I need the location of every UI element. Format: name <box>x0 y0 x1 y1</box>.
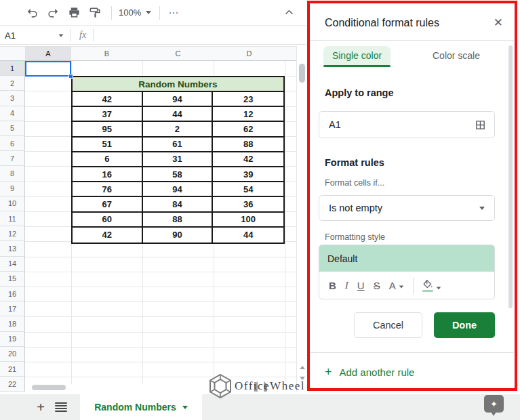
table-cell[interactable]: 76 <box>73 182 143 197</box>
row-header-9[interactable]: 9 <box>0 182 25 196</box>
table-cell[interactable]: 42 <box>73 228 143 243</box>
table-cell[interactable]: 2 <box>143 122 214 137</box>
table-cell[interactable]: 44 <box>143 107 214 122</box>
table-cell[interactable]: 67 <box>73 197 143 212</box>
column-header-A[interactable]: A <box>25 46 71 61</box>
table-cell[interactable]: 23 <box>213 92 283 107</box>
name-box[interactable]: A1 <box>0 30 71 41</box>
table-cell[interactable]: 37 <box>73 107 143 122</box>
row-header-2[interactable]: 2 <box>0 76 25 91</box>
table-cell[interactable]: 58 <box>143 167 214 182</box>
horizontal-scrollbar[interactable] <box>25 384 296 392</box>
table-rows: 4294233744129526251618863142165839769454… <box>73 92 283 243</box>
vertical-scrollbar[interactable] <box>296 46 306 392</box>
italic-button[interactable]: I <box>345 280 348 291</box>
print-icon[interactable] <box>66 5 81 20</box>
scroll-left-icon[interactable] <box>254 384 258 392</box>
condition-dropdown[interactable]: Is not empty <box>319 195 495 221</box>
strikethrough-button[interactable]: S <box>374 280 380 291</box>
tab-color-scale[interactable]: Color scale <box>424 46 489 65</box>
table-cell[interactable]: 84 <box>143 197 214 212</box>
spreadsheet-grid[interactable]: ABCD 12345678910111213141516171819202122… <box>0 46 306 392</box>
horizontal-scrollbar-thumb[interactable] <box>32 385 66 390</box>
add-sheet-icon[interactable]: + <box>33 399 49 415</box>
table-cell[interactable]: 44 <box>213 228 283 243</box>
row-header-14[interactable]: 14 <box>0 257 25 272</box>
scroll-up-icon[interactable] <box>297 362 306 373</box>
undo-icon[interactable] <box>24 5 39 20</box>
table-cell[interactable]: 42 <box>73 92 143 107</box>
tab-single-color[interactable]: Single color <box>323 46 391 65</box>
zoom-control[interactable]: 100% <box>119 7 151 18</box>
table-cell[interactable]: 16 <box>73 167 143 182</box>
select-range-icon[interactable] <box>475 119 486 131</box>
add-another-rule-button[interactable]: + Add another rule <box>325 365 414 379</box>
all-sheets-menu-icon[interactable] <box>54 401 68 413</box>
paint-format-icon[interactable] <box>87 5 102 20</box>
row-header-8[interactable]: 8 <box>0 166 25 181</box>
data-table[interactable]: Random Numbers 4294233744129526251618863… <box>71 76 285 244</box>
row-header-21[interactable]: 21 <box>0 362 25 377</box>
close-icon[interactable]: ✕ <box>494 16 503 30</box>
column-header-C[interactable]: C <box>142 46 214 61</box>
row-header-18[interactable]: 18 <box>0 316 25 331</box>
table-cell[interactable]: 62 <box>213 122 283 137</box>
row-header-12[interactable]: 12 <box>0 226 25 241</box>
table-title-cell[interactable]: Random Numbers <box>73 77 283 92</box>
table-cell[interactable]: 36 <box>213 197 283 212</box>
row-header-1[interactable]: 1 <box>0 61 25 76</box>
table-cell[interactable]: 94 <box>143 92 214 107</box>
table-cell[interactable]: 31 <box>143 152 214 167</box>
scroll-down-icon[interactable] <box>297 373 306 383</box>
row-header-15[interactable]: 15 <box>0 272 25 287</box>
done-button[interactable]: Done <box>434 312 495 338</box>
redo-icon[interactable] <box>45 5 60 20</box>
row-header-16[interactable]: 16 <box>0 287 25 301</box>
row-header-20[interactable]: 20 <box>0 347 25 362</box>
row-header-10[interactable]: 10 <box>0 196 25 211</box>
row-header-11[interactable]: 11 <box>0 211 25 226</box>
row-header-22[interactable]: 22 <box>0 377 25 392</box>
more-options-icon[interactable]: ⋯ <box>168 7 179 19</box>
plus-icon: + <box>325 365 332 379</box>
fill-handle[interactable] <box>68 74 73 79</box>
row-header-6[interactable]: 6 <box>0 136 25 151</box>
grid-corner[interactable] <box>0 46 25 61</box>
table-cell[interactable]: 61 <box>143 138 214 152</box>
sparkle-badge-icon[interactable]: ✦ <box>484 395 504 413</box>
column-header-D[interactable]: D <box>214 46 285 61</box>
row-header-19[interactable]: 19 <box>0 332 25 347</box>
table-cell[interactable]: 42 <box>213 152 283 167</box>
column-header-B[interactable]: B <box>71 46 142 61</box>
table-cell[interactable]: 100 <box>213 213 283 228</box>
cancel-button[interactable]: Cancel <box>354 312 422 338</box>
underline-button[interactable]: U <box>357 280 365 291</box>
table-cell[interactable]: 39 <box>213 167 283 182</box>
table-cell[interactable]: 88 <box>143 213 214 228</box>
table-cell[interactable]: 6 <box>73 152 143 167</box>
row-header-17[interactable]: 17 <box>0 301 25 316</box>
column-header-partial[interactable] <box>285 46 296 61</box>
table-cell[interactable]: 51 <box>73 138 143 152</box>
text-color-button[interactable]: A <box>389 280 404 291</box>
vertical-scrollbar-thumb[interactable] <box>299 64 305 83</box>
scroll-right-icon[interactable] <box>264 384 267 392</box>
row-header-5[interactable]: 5 <box>0 121 25 136</box>
table-cell[interactable]: 12 <box>213 107 283 122</box>
range-input[interactable]: A1 <box>319 111 495 138</box>
row-header-4[interactable]: 4 <box>0 106 25 121</box>
table-cell[interactable]: 95 <box>73 122 143 137</box>
row-header-7[interactable]: 7 <box>0 151 25 166</box>
row-header-13[interactable]: 13 <box>0 241 25 256</box>
collapse-toolbar-icon[interactable] <box>283 7 295 21</box>
table-cell[interactable]: 90 <box>143 228 214 243</box>
table-cell[interactable]: 94 <box>143 182 214 197</box>
panel-scrollbar-thumb[interactable] <box>508 45 513 308</box>
table-cell[interactable]: 88 <box>213 138 283 152</box>
row-header-3[interactable]: 3 <box>0 91 25 106</box>
sheet-tab-random-numbers[interactable]: Random Numbers <box>80 394 202 420</box>
fill-color-button[interactable] <box>422 280 441 292</box>
bold-button[interactable]: B <box>329 280 336 291</box>
table-cell[interactable]: 54 <box>213 182 283 197</box>
table-cell[interactable]: 60 <box>73 213 143 228</box>
